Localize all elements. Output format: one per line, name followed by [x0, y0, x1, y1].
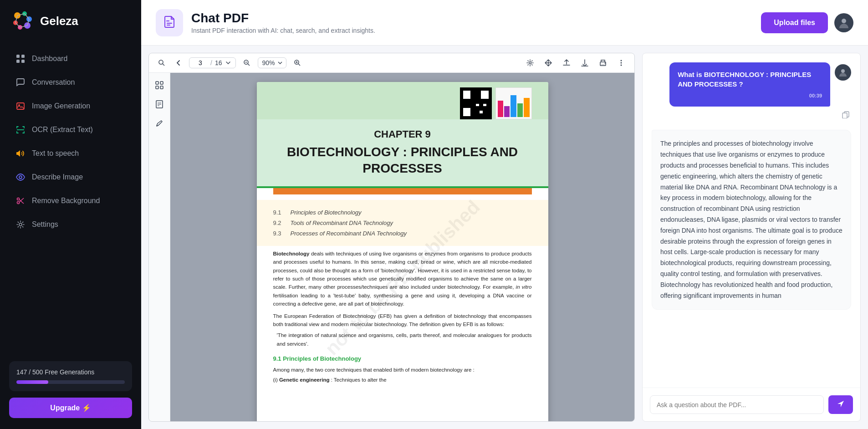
pdf-sidebar-icons: [149, 73, 170, 422]
settings-pdf-button[interactable]: [523, 57, 537, 69]
sidebar: Geleza Dashboard Conversation Image Gene…: [0, 0, 141, 429]
toc-title-3: Processes of Recombinant DNA Technology: [291, 230, 407, 237]
zoom-control: 90%: [258, 57, 286, 68]
gear-icon: [15, 220, 26, 230]
toc-section: 9.1 Principles of Biotechnology 9.2 Tool…: [257, 200, 548, 246]
download-pdf-button[interactable]: [578, 57, 592, 69]
svg-rect-12: [16, 55, 20, 58]
toc-title-2: Tools of Recombinant DNA Technology: [291, 220, 393, 226]
zoom-out-button[interactable]: [240, 57, 253, 68]
sidebar-item-label-settings: Settings: [32, 220, 58, 229]
zoom-in-button[interactable]: [291, 57, 304, 68]
pdf-annotations-button[interactable]: [152, 116, 167, 131]
logo-area: Geleza: [0, 0, 141, 42]
header-title-group: Chat PDF Instant PDF interaction with AI…: [191, 11, 375, 34]
pdf-content[interactable]: not to be RE-published: [170, 73, 634, 422]
user-message: What is BIOTECHNOLOGY : PRINCIPLES AND P…: [669, 62, 830, 107]
svg-rect-46: [156, 86, 158, 89]
generations-bar-fill: [16, 380, 48, 384]
svg-point-42: [621, 62, 622, 64]
search-pdf-button[interactable]: [155, 57, 168, 68]
ai-message-text: The principles and processes of biotechn…: [660, 140, 842, 299]
sidebar-item-label-image-generation: Image Generation: [32, 102, 90, 110]
sidebar-item-ocr[interactable]: OCR (Extract Text): [5, 118, 137, 141]
content-columns: Biotechnology deals with techniques of u…: [257, 250, 548, 393]
sidebar-item-label-conversation: Conversation: [32, 78, 75, 87]
header-left: Chat PDF Instant PDF interaction with AI…: [156, 9, 375, 36]
eye-icon: [15, 172, 26, 182]
page-dropdown-button[interactable]: [225, 60, 232, 66]
generations-bar-background: [16, 380, 125, 384]
sidebar-item-image-generation[interactable]: Image Generation: [5, 95, 137, 117]
sidebar-navigation: Dashboard Conversation Image Generation …: [0, 42, 141, 352]
current-page-input[interactable]: [193, 59, 208, 66]
svg-rect-47: [160, 86, 163, 89]
sidebar-item-label-remove-background: Remove Background: [32, 197, 100, 205]
sidebar-item-text-to-speech[interactable]: Text to speech: [5, 142, 137, 165]
chat-send-button[interactable]: [828, 395, 853, 414]
generations-label: 147 / 500 Free Generations: [16, 368, 125, 376]
sidebar-item-remove-background[interactable]: Remove Background: [5, 189, 137, 212]
svg-rect-14: [16, 60, 20, 63]
svg-rect-39: [601, 64, 605, 65]
svg-rect-15: [21, 60, 25, 63]
sidebar-item-settings[interactable]: Settings: [5, 213, 137, 236]
speaker-icon: [15, 148, 26, 158]
geleza-logo-icon: [11, 9, 35, 33]
efb-quote: 'The integration of natural science and …: [273, 331, 532, 348]
upload-pdf-button[interactable]: [560, 57, 573, 69]
more-options-pdf-button[interactable]: [614, 57, 628, 69]
sidebar-bottom: 147 / 500 Free Generations Upgrade ⚡: [0, 352, 141, 429]
generations-card: 147 / 500 Free Generations: [9, 361, 132, 391]
toc-num-3: 9.3: [273, 230, 286, 237]
pdf-bookmarks-button[interactable]: [152, 97, 167, 112]
upgrade-button[interactable]: Upgrade ⚡: [9, 398, 132, 418]
section-item: (i) Genetic engineering : Techniques to …: [273, 376, 532, 384]
chapter-title: BIOTECHNOLOGY : PRINCIPLES AND PROCESSES: [273, 144, 532, 177]
toc-item-3: 9.3 Processes of Recombinant DNA Technol…: [273, 228, 532, 239]
message-time: 00:39: [678, 92, 822, 99]
copy-response-button[interactable]: [840, 110, 851, 121]
user-message-wrapper: What is BIOTECHNOLOGY : PRINCIPLES AND P…: [652, 62, 851, 107]
sidebar-item-label-text-to-speech: Text to speech: [32, 149, 79, 158]
svg-point-24: [19, 223, 22, 226]
main-content: Chat PDF Instant PDF interaction with AI…: [141, 0, 868, 429]
header-right: Upload files: [761, 12, 853, 33]
page-control: / 16: [189, 57, 236, 68]
section-intro: Among many, the two core techniques that…: [273, 366, 532, 374]
page-title: Chat PDF: [191, 11, 375, 26]
sidebar-item-dashboard[interactable]: Dashboard: [5, 47, 137, 70]
copy-btn-wrapper: [652, 110, 851, 121]
svg-point-37: [529, 62, 531, 64]
left-column: Biotechnology deals with techniques of u…: [273, 250, 532, 384]
left-col-text: Biotechnology deals with techniques of u…: [273, 250, 532, 308]
chapter-header: CHAPTER 9 BIOTECHNOLOGY : PRINCIPLES AND…: [257, 119, 548, 188]
svg-point-41: [621, 60, 622, 61]
svg-line-10: [15, 23, 20, 27]
chat-icon: [15, 77, 26, 87]
sidebar-item-conversation[interactable]: Conversation: [5, 71, 137, 94]
zoom-dropdown-icon: [278, 61, 282, 65]
page-subtitle: Instant PDF interaction with AI: chat, s…: [191, 27, 375, 34]
prev-page-button[interactable]: [173, 58, 184, 68]
ai-message: The principles and processes of biotechn…: [652, 130, 851, 310]
pdf-page: not to be RE-published: [257, 82, 548, 422]
svg-rect-44: [156, 82, 158, 84]
chat-input-field[interactable]: [650, 395, 824, 414]
page-header: Chat PDF Instant PDF interaction with AI…: [141, 0, 868, 46]
toc-item-1: 9.1 Principles of Biotechnology: [273, 207, 532, 218]
print-pdf-button[interactable]: [596, 57, 610, 69]
sidebar-item-label-describe-image: Describe Image: [32, 173, 83, 181]
sidebar-item-label-dashboard: Dashboard: [32, 55, 67, 63]
svg-point-43: [621, 65, 622, 66]
sidebar-item-describe-image[interactable]: Describe Image: [5, 166, 137, 189]
total-pages: 16: [215, 59, 222, 66]
move-pdf-button[interactable]: [541, 57, 555, 69]
efb-text: The European Federation of Biotechnology…: [273, 312, 532, 329]
pdf-thumbnails-button[interactable]: [152, 77, 167, 93]
toc-title-1: Principles of Biotechnology: [291, 209, 362, 216]
scan-icon: [15, 125, 26, 135]
user-avatar: [834, 13, 853, 32]
upload-files-button[interactable]: Upload files: [761, 12, 828, 33]
page-separator: /: [210, 59, 212, 66]
